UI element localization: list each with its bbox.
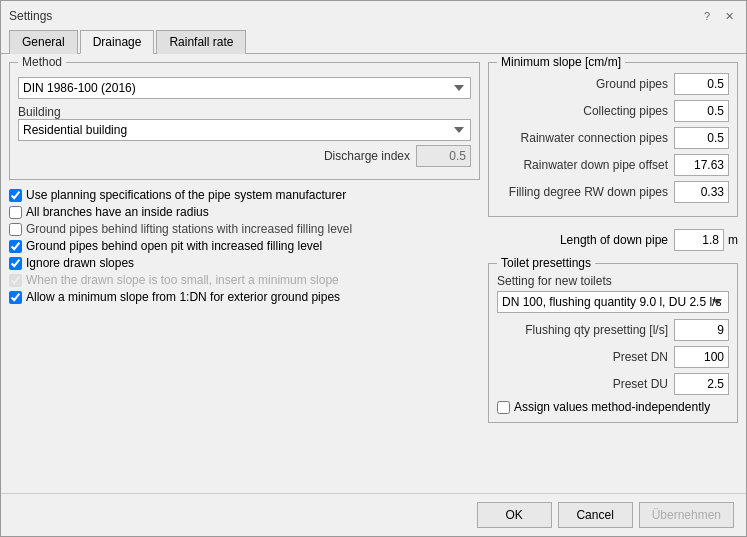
tabs-bar: General Drainage Rainfall rate: [1, 29, 746, 54]
checkbox-1[interactable]: [9, 189, 22, 202]
assign-label: Assign values method-independently: [514, 400, 710, 414]
slope-label-3: Rainwater down pipe offset: [497, 158, 674, 172]
checkbox-label-4: Ground pipes behind open pit with increa…: [26, 239, 322, 253]
building-label: Building: [18, 105, 61, 119]
checkbox-row-4: Ground pipes behind open pit with increa…: [9, 239, 480, 253]
slope-row-3: Rainwater down pipe offset: [497, 154, 729, 176]
checkbox-2[interactable]: [9, 206, 22, 219]
toilet-field-2: Preset DU: [497, 373, 729, 395]
slope-input-0[interactable]: [674, 73, 729, 95]
slope-input-4[interactable]: [674, 181, 729, 203]
settings-dialog: Settings ? ✕ General Drainage Rainfall r…: [0, 0, 747, 537]
slope-label-0: Ground pipes: [497, 77, 674, 91]
title-bar: Settings ? ✕: [1, 1, 746, 29]
toilet-preset-label: Setting for new toilets: [497, 274, 729, 288]
checkbox-label-1: Use planning specifications of the pipe …: [26, 188, 346, 202]
toilet-field-label-0: Flushing qty presetting [l/s]: [497, 323, 674, 337]
building-dropdown[interactable]: Residential building: [18, 119, 471, 141]
assign-checkbox[interactable]: [497, 401, 510, 414]
toilet-field-label-2: Preset DU: [497, 377, 674, 391]
checkbox-row-1: Use planning specifications of the pipe …: [9, 188, 480, 202]
ok-button[interactable]: OK: [477, 502, 552, 528]
downpipe-label: Length of down pipe: [488, 233, 674, 247]
cancel-button[interactable]: Cancel: [558, 502, 633, 528]
slope-label-1: Collecting pipes: [497, 104, 674, 118]
method-dropdown[interactable]: DIN 1986-100 (2016): [18, 77, 471, 99]
checkbox-label-6: When the drawn slope is too small, inser…: [26, 273, 339, 287]
slope-input-3[interactable]: [674, 154, 729, 176]
checkbox-3[interactable]: [9, 223, 22, 236]
checkbox-7[interactable]: [9, 291, 22, 304]
tab-rainfall[interactable]: Rainfall rate: [156, 30, 246, 54]
title-bar-buttons: ? ✕: [698, 7, 738, 25]
toilet-field-0: Flushing qty presetting [l/s]: [497, 319, 729, 341]
checkbox-row-5: Ignore drawn slopes: [9, 256, 480, 270]
bottom-bar: OK Cancel Übernehmen: [1, 493, 746, 536]
method-group: Method DIN 1986-100 (2016) Building Resi…: [9, 62, 480, 180]
min-slope-box: Minimum slope [cm/m] Ground pipes Collec…: [488, 62, 738, 217]
slope-label-4: Filling degree RW down pipes: [497, 185, 674, 199]
method-group-title: Method: [18, 55, 66, 69]
downpipe-unit: m: [724, 233, 738, 247]
toilet-box: Toilet presettings Setting for new toile…: [488, 263, 738, 423]
toilet-field-label-1: Preset DN: [497, 350, 674, 364]
checkbox-4[interactable]: [9, 240, 22, 253]
checkbox-5[interactable]: [9, 257, 22, 270]
left-panel: Method DIN 1986-100 (2016) Building Resi…: [9, 62, 480, 485]
discharge-row: Discharge index: [18, 145, 471, 167]
right-panel: Minimum slope [cm/m] Ground pipes Collec…: [488, 62, 738, 485]
slope-label-2: Rainwater connection pipes: [497, 131, 674, 145]
toilet-dropdown[interactable]: DN 100, flushing quantity 9.0 l, DU 2.5 …: [497, 291, 729, 313]
checkboxes-section: Use planning specifications of the pipe …: [9, 186, 480, 309]
discharge-input[interactable]: [416, 145, 471, 167]
checkbox-6: [9, 274, 22, 287]
slope-input-1[interactable]: [674, 100, 729, 122]
slope-input-2[interactable]: [674, 127, 729, 149]
checkbox-label-2: All branches have an inside radius: [26, 205, 209, 219]
discharge-label: Discharge index: [324, 149, 416, 163]
checkbox-row-3: Ground pipes behind lifting stations wit…: [9, 222, 480, 236]
downpipe-input[interactable]: [674, 229, 724, 251]
help-button[interactable]: ?: [698, 7, 716, 25]
close-button[interactable]: ✕: [720, 7, 738, 25]
main-content: Method DIN 1986-100 (2016) Building Resi…: [1, 54, 746, 493]
slope-row-0: Ground pipes: [497, 73, 729, 95]
dialog-title: Settings: [9, 9, 52, 23]
checkbox-row-7: Allow a minimum slope from 1:DN for exte…: [9, 290, 480, 304]
checkbox-label-7: Allow a minimum slope from 1:DN for exte…: [26, 290, 340, 304]
toilet-field-1: Preset DN: [497, 346, 729, 368]
min-slope-title: Minimum slope [cm/m]: [497, 55, 625, 69]
tab-general[interactable]: General: [9, 30, 78, 54]
checkbox-label-3: Ground pipes behind lifting stations wit…: [26, 222, 352, 236]
checkbox-row-2: All branches have an inside radius: [9, 205, 480, 219]
toilet-field-input-1[interactable]: [674, 346, 729, 368]
checkbox-label-5: Ignore drawn slopes: [26, 256, 134, 270]
tab-drainage[interactable]: Drainage: [80, 30, 155, 54]
slope-row-4: Filling degree RW down pipes: [497, 181, 729, 203]
checkbox-row-6: When the drawn slope is too small, inser…: [9, 273, 480, 287]
slope-row-2: Rainwater connection pipes: [497, 127, 729, 149]
toilet-title: Toilet presettings: [497, 256, 595, 270]
toilet-field-input-0[interactable]: [674, 319, 729, 341]
assign-row: Assign values method-independently: [497, 400, 729, 414]
toilet-field-input-2[interactable]: [674, 373, 729, 395]
slope-row-1: Collecting pipes: [497, 100, 729, 122]
apply-button[interactable]: Übernehmen: [639, 502, 734, 528]
downpipe-row: Length of down pipe m: [488, 229, 738, 251]
